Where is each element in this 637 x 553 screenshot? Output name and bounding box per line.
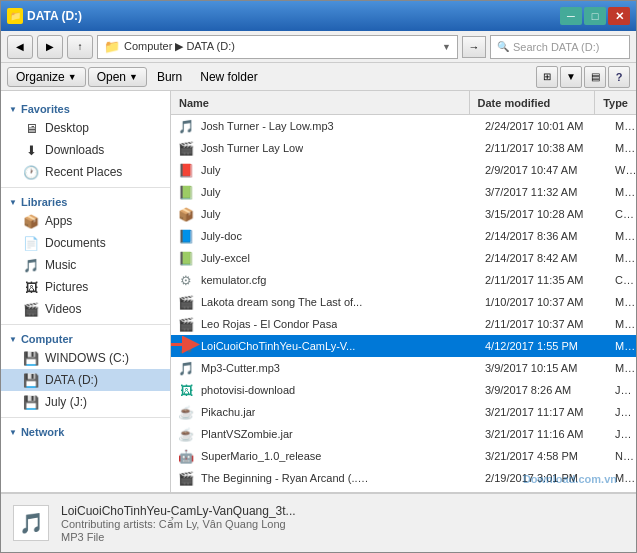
help-button[interactable]: ? [608, 66, 630, 88]
up-button[interactable]: ↑ [67, 35, 93, 59]
forward-button[interactable]: ▶ [37, 35, 63, 59]
view-dropdown-button[interactable]: ▼ [560, 66, 582, 88]
open-menu[interactable]: Open ▼ [88, 67, 147, 87]
sidebar-item-documents[interactable]: 📄 Documents [1, 232, 170, 254]
file-name-cell: July [201, 164, 481, 176]
address-toolbar: ◀ ▶ ↑ 📁 Computer ▶ DATA (D:) ▼ → 🔍 Searc… [1, 31, 636, 63]
address-bar[interactable]: 📁 Computer ▶ DATA (D:) ▼ [97, 35, 458, 59]
file-date: 3/9/2017 8:26 AM [481, 384, 611, 396]
file-date: 2/9/2017 10:47 AM [481, 164, 611, 176]
burn-menu[interactable]: Burn [149, 67, 190, 87]
sidebar-item-downloads[interactable]: ⬇ Downloads [1, 139, 170, 161]
computer-label: Computer [21, 333, 73, 345]
sidebar-item-pictures[interactable]: 🖼 Pictures [1, 276, 170, 298]
pane-button[interactable]: ▤ [584, 66, 606, 88]
file-icon: 📗 [171, 251, 201, 266]
sidebar-item-windows-c[interactable]: 💾 WINDOWS (C:) [1, 347, 170, 369]
file-type: WPS PDF Docu... [611, 164, 636, 176]
music-icon: 🎵 [23, 257, 39, 273]
new-folder-menu[interactable]: New folder [192, 67, 265, 87]
title-bar-controls: ─ □ ✕ [560, 7, 630, 25]
file-date: 1/10/2017 10:37 AM [481, 296, 611, 308]
table-row[interactable]: 🎬 Josh Turner Lay Low 2/11/2017 10:38 AM… [171, 137, 636, 159]
view-options-button[interactable]: ⊞ [536, 66, 558, 88]
data-drive-icon: 💾 [23, 372, 39, 388]
file-icon: 🎬 [171, 295, 201, 310]
minimize-button[interactable]: ─ [560, 7, 582, 25]
file-icon: 🎬 [171, 141, 201, 156]
file-icon: 🎵 [171, 119, 201, 134]
documents-label: Documents [45, 236, 106, 250]
go-button[interactable]: → [462, 36, 486, 58]
sidebar-item-apps[interactable]: 📦 Apps [1, 210, 170, 232]
col-name-header[interactable]: Name [171, 91, 470, 114]
col-date-header[interactable]: Date modified [470, 91, 596, 114]
computer-header[interactable]: Computer [1, 329, 170, 347]
july-drive-icon: 💾 [23, 394, 39, 410]
pictures-label: Pictures [45, 280, 88, 294]
table-row[interactable]: 🤖 SuperMario_1.0_release 3/21/2017 4:58 … [171, 445, 636, 467]
file-name: PlantVSZombie.jar [201, 428, 293, 440]
file-name-cell: The Beginning - Ryan Arcand (..… [201, 472, 481, 484]
downloads-icon: ⬇ [23, 142, 39, 158]
table-row[interactable]: ☕ Pikachu.jar 3/21/2017 11:17 AM JAR Fil… [171, 401, 636, 423]
file-name-cell: SuperMario_1.0_release [201, 450, 481, 462]
file-name-cell: Josh Turner Lay Low [201, 142, 481, 154]
organize-menu[interactable]: Organize ▼ [7, 67, 86, 87]
table-row[interactable]: 🎵 Josh Turner - Lay Low.mp3 2/24/2017 10… [171, 115, 636, 137]
table-row[interactable]: 🎵 Mp3-Cutter.mp3 3/9/2017 10:15 AM MP3 F… [171, 357, 636, 379]
favorites-header[interactable]: Favorites [1, 99, 170, 117]
organize-arrow-icon: ▼ [68, 72, 77, 82]
file-date: 2/19/2017 3:01 PM [481, 472, 611, 484]
col-type-header[interactable]: Type [595, 91, 636, 114]
table-row[interactable]: 🎬 Lakota dream song The Last of... 1/10/… [171, 291, 636, 313]
file-date: 3/21/2017 4:58 PM [481, 450, 611, 462]
file-list-area: Name Date modified Type 🎵 Josh Turner - … [171, 91, 636, 492]
file-name: Pikachu.jar [201, 406, 255, 418]
maximize-button[interactable]: □ [584, 7, 606, 25]
table-row[interactable]: ☕ PlantVSZombie.jar 3/21/2017 11:16 AM J… [171, 423, 636, 445]
sidebar-item-desktop[interactable]: 🖥 Desktop [1, 117, 170, 139]
back-button[interactable]: ◀ [7, 35, 33, 59]
table-row[interactable]: 📗 July 3/7/2017 11:32 AM Microsoft Excel [171, 181, 636, 203]
sidebar-item-data-d[interactable]: 💾 DATA (D:) [1, 369, 170, 391]
file-name: July-excel [201, 252, 250, 264]
menu-bar: Organize ▼ Open ▼ Burn New folder ⊞ ▼ ▤ … [1, 63, 636, 91]
file-name: SuperMario_1.0_release [201, 450, 321, 462]
sidebar-item-july-j[interactable]: 💾 July (J:) [1, 391, 170, 413]
file-name-cell: Pikachu.jar [201, 406, 481, 418]
file-name-cell: Lakota dream song The Last of... [201, 296, 481, 308]
table-row[interactable]: 🎬 Leo Rojas - El Condor Pasa 2/11/2017 1… [171, 313, 636, 335]
table-row[interactable]: ⚙ kemulator.cfg 2/11/2017 11:35 AM CFG F… [171, 269, 636, 291]
view-buttons: ⊞ ▼ ▤ [536, 66, 606, 88]
file-name-cell: kemulator.cfg [201, 274, 481, 286]
table-row[interactable]: 📕 July 2/9/2017 10:47 AM WPS PDF Docu... [171, 159, 636, 181]
search-bar[interactable]: 🔍 Search DATA (D:) [490, 35, 630, 59]
sidebar-item-videos[interactable]: 🎬 Videos [1, 298, 170, 320]
windows-drive-label: WINDOWS (C:) [45, 351, 129, 365]
network-header[interactable]: Network [1, 422, 170, 440]
file-icon: ⚙ [171, 273, 201, 288]
address-dropdown-icon[interactable]: ▼ [442, 42, 451, 52]
file-name: The Beginning - Ryan Arcand (..… [201, 472, 369, 484]
table-row[interactable]: 🖼 photovisi-download 3/9/2017 8:26 AM JP… [171, 379, 636, 401]
file-date: 2/24/2017 10:01 AM [481, 120, 611, 132]
windows-drive-icon: 💾 [23, 350, 39, 366]
sidebar-item-recent[interactable]: 🕐 Recent Places [1, 161, 170, 183]
table-row[interactable]: 📘 July-doc 2/14/2017 8:36 AM Microsoft W… [171, 225, 636, 247]
sidebar-item-music[interactable]: 🎵 Music [1, 254, 170, 276]
table-row[interactable]: 🎵 LoiCuoiChoTinhYeu-CamLy-V... 4/12/2017… [171, 335, 636, 357]
close-button[interactable]: ✕ [608, 7, 630, 25]
libraries-header[interactable]: Libraries [1, 192, 170, 210]
table-row[interactable]: 🎬 The Beginning - Ryan Arcand (..… 2/19/… [171, 467, 636, 489]
table-row[interactable]: 📗 July-excel 2/14/2017 8:42 AM Microsoft… [171, 247, 636, 269]
file-date: 2/14/2017 8:36 AM [481, 230, 611, 242]
file-date: 2/11/2017 11:35 AM [481, 274, 611, 286]
table-row[interactable]: 📦 July 3/15/2017 10:28 AM Compressed (zi… [171, 203, 636, 225]
network-label: Network [21, 426, 64, 438]
videos-label: Videos [45, 302, 81, 316]
window-icon: 📁 [7, 8, 23, 24]
file-date: 4/12/2017 1:55 PM [481, 340, 611, 352]
libraries-label: Libraries [21, 196, 67, 208]
status-bar: 🎵 LoiCuoiChoTinhYeu-CamLy-VanQuang_3t...… [1, 492, 636, 552]
